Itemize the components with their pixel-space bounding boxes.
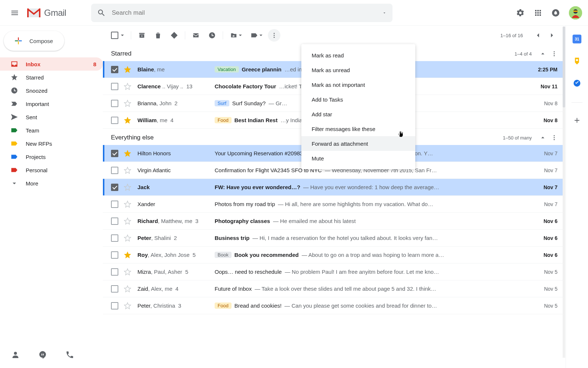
row-checkbox[interactable]: [111, 302, 118, 309]
nav-important[interactable]: Important: [0, 97, 103, 110]
row-label-chip[interactable]: Vacation: [215, 66, 239, 72]
row-checkbox[interactable]: [111, 167, 118, 174]
mail-row[interactable]: Peter, Shalini 2Business trip — Hi, I ma…: [103, 230, 565, 247]
select-all-checkbox[interactable]: [111, 32, 124, 39]
move-to-button[interactable]: [230, 31, 242, 39]
mail-row[interactable]: Peter, Christina 3FoodBread and cookies!…: [103, 297, 565, 314]
app-body: Compose Inbox 8 Starred Snoozed Importan…: [0, 26, 588, 368]
contacts-icon[interactable]: [11, 350, 20, 359]
menu-add-tasks[interactable]: Add to Tasks: [301, 92, 415, 107]
nav-projects[interactable]: Projects: [0, 150, 103, 163]
row-label-chip[interactable]: Surf: [215, 100, 229, 106]
row-star-icon[interactable]: [123, 251, 132, 259]
search-input[interactable]: [112, 9, 376, 17]
compose-button[interactable]: Compose: [4, 31, 64, 51]
keep-addon-icon[interactable]: [573, 57, 581, 66]
row-date: Nov 7: [528, 151, 557, 156]
calendar-addon-icon[interactable]: 31: [573, 35, 581, 43]
row-star-icon[interactable]: [123, 116, 132, 124]
archive-icon[interactable]: [138, 31, 146, 39]
row-checkbox[interactable]: [111, 251, 118, 259]
row-star-icon[interactable]: [123, 217, 132, 225]
inbox-icon: [10, 60, 18, 68]
snooze-icon[interactable]: [208, 31, 216, 39]
labels-button[interactable]: [250, 31, 263, 39]
nav-starred[interactable]: Starred: [0, 71, 103, 84]
main-menu-button[interactable]: [6, 4, 24, 22]
mark-unread-icon[interactable]: [192, 31, 200, 39]
row-checkbox[interactable]: [111, 217, 118, 225]
search-bar[interactable]: [91, 4, 392, 22]
row-star-icon[interactable]: [123, 149, 132, 158]
collapse-section-icon[interactable]: [539, 50, 546, 57]
delete-icon[interactable]: [154, 31, 162, 39]
row-checkbox[interactable]: [111, 83, 118, 90]
menu-mark-unread[interactable]: Mark as unread: [301, 63, 415, 77]
row-star-icon[interactable]: [123, 285, 132, 293]
spam-icon[interactable]: [170, 31, 178, 39]
row-checkbox[interactable]: [111, 66, 118, 73]
row-checkbox[interactable]: [111, 117, 118, 124]
get-addons-icon[interactable]: [573, 116, 581, 125]
row-date: Nov 6: [528, 252, 557, 258]
row-checkbox[interactable]: [111, 201, 118, 208]
row-label-chip[interactable]: Food: [215, 302, 232, 309]
row-checkbox[interactable]: [111, 184, 118, 191]
nav-sent[interactable]: Sent: [0, 110, 103, 124]
more-actions-button[interactable]: [268, 29, 280, 42]
row-star-icon[interactable]: [123, 234, 132, 242]
row-date: Nov 7: [528, 184, 557, 190]
row-sender: Roy, Alex, John Jose 5: [137, 252, 215, 258]
row-checkbox[interactable]: [111, 234, 118, 242]
menu-forward-attachment[interactable]: Forward as attachment: [301, 136, 415, 151]
mail-row[interactable]: Mizra, Paul, Asher 5Oops… need to resche…: [103, 263, 565, 280]
row-checkbox[interactable]: [111, 285, 118, 293]
mail-row[interactable]: Zaid, Alex, me 4Future of Inbox — Take a…: [103, 280, 565, 297]
section-more-icon[interactable]: [551, 134, 557, 141]
prev-page-icon[interactable]: [534, 31, 542, 39]
menu-mute[interactable]: Mute: [301, 151, 415, 166]
nav-snoozed[interactable]: Snoozed: [0, 84, 103, 97]
row-label-chip[interactable]: Book: [215, 252, 232, 258]
row-checkbox[interactable]: [111, 150, 118, 157]
settings-gear-icon[interactable]: [516, 8, 525, 17]
nav-inbox[interactable]: Inbox 8: [0, 57, 103, 71]
phone-icon[interactable]: [65, 350, 74, 359]
row-checkbox[interactable]: [111, 268, 118, 276]
menu-add-star[interactable]: Add star: [301, 107, 415, 121]
scrollbar[interactable]: [563, 26, 565, 358]
nav-personal[interactable]: Personal: [0, 163, 103, 177]
row-star-icon[interactable]: [123, 268, 132, 276]
mail-row[interactable]: XanderPhotos from my road trip — Hi all,…: [103, 196, 565, 213]
gmail-logo[interactable]: Gmail: [26, 7, 66, 19]
mail-row[interactable]: Richard, Matthew, me 3Photography classe…: [103, 213, 565, 230]
collapse-section-icon[interactable]: [539, 134, 546, 141]
tasks-addon-icon[interactable]: [573, 79, 581, 88]
row-star-icon[interactable]: [123, 166, 132, 174]
mail-row[interactable]: JackFW: Have you ever wondered…? — Have …: [103, 179, 565, 196]
sidebar: Compose Inbox 8 Starred Snoozed Importan…: [0, 26, 103, 368]
nav-more[interactable]: More: [0, 177, 103, 190]
mail-row[interactable]: Roy, Alex, John Jose 5BookBook you recom…: [103, 247, 565, 263]
svg-point-13: [554, 135, 555, 136]
row-star-icon[interactable]: [123, 82, 132, 91]
nav-team[interactable]: Team: [0, 124, 103, 137]
notifications-bell-icon[interactable]: [551, 8, 560, 17]
nav-new-rfps[interactable]: New RFPs: [0, 137, 103, 150]
apps-grid-icon[interactable]: [534, 8, 542, 17]
row-star-icon[interactable]: [123, 66, 132, 74]
menu-mark-read[interactable]: Mark as read: [301, 48, 415, 63]
row-label-chip[interactable]: Food: [215, 117, 232, 123]
account-avatar[interactable]: [569, 6, 582, 20]
hangouts-icon[interactable]: [38, 350, 47, 359]
row-checkbox[interactable]: [111, 100, 118, 107]
svg-point-10: [554, 51, 555, 52]
menu-not-important[interactable]: Mark as not important: [301, 77, 415, 92]
row-star-icon[interactable]: [123, 99, 132, 107]
section-more-icon[interactable]: [551, 50, 557, 57]
row-star-icon[interactable]: [123, 302, 132, 310]
row-star-icon[interactable]: [123, 200, 132, 208]
next-page-icon[interactable]: [548, 31, 556, 39]
search-options-icon[interactable]: [382, 11, 387, 15]
row-star-icon[interactable]: [123, 183, 132, 191]
